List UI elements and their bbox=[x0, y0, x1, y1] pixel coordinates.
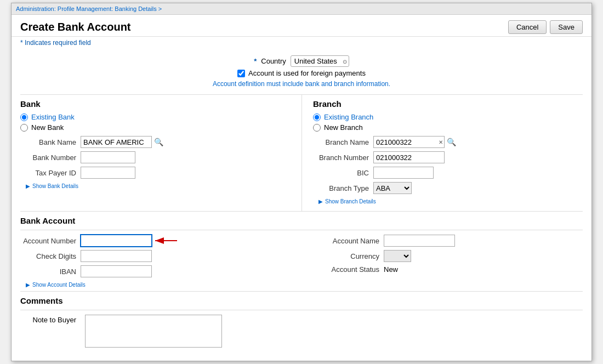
account-number-input[interactable] bbox=[81, 235, 152, 247]
check-digits-label: Check Digits bbox=[20, 252, 81, 260]
currency-row: Currency bbox=[323, 250, 577, 262]
existing-bank-label: Existing Bank bbox=[31, 113, 75, 121]
branch-section-title: Branch bbox=[313, 95, 577, 113]
tax-payer-label: Tax Payer ID bbox=[20, 169, 81, 177]
bank-number-label: Bank Number bbox=[20, 153, 81, 162]
show-bank-details-arrow: ▶ bbox=[26, 183, 30, 189]
country-label: Country bbox=[261, 57, 286, 65]
check-digits-input[interactable] bbox=[81, 250, 152, 262]
show-bank-details[interactable]: ▶ Show Bank Details bbox=[26, 182, 296, 190]
show-branch-details-arrow: ▶ bbox=[318, 198, 323, 204]
new-branch-radio-label[interactable]: New Branch bbox=[313, 123, 577, 132]
branch-type-row: Branch Type ABA bbox=[313, 182, 577, 194]
branch-number-label: Branch Number bbox=[313, 153, 373, 162]
branch-name-wrapper: ✕ bbox=[373, 136, 445, 148]
country-select[interactable]: United States bbox=[291, 55, 349, 67]
country-line: * Country United States bbox=[254, 55, 349, 67]
bank-name-input[interactable] bbox=[81, 136, 152, 148]
show-account-details[interactable]: ▶ Show Account Details bbox=[26, 281, 296, 289]
iban-row: IBAN bbox=[20, 265, 296, 277]
bic-row: BIC bbox=[313, 167, 577, 179]
bank-radio-group: Existing Bank New Bank bbox=[20, 113, 296, 132]
existing-branch-radio[interactable] bbox=[313, 113, 321, 121]
bank-name-input-group: 🔍 bbox=[81, 136, 163, 148]
breadcrumb: Administration: Profile Management: Bank… bbox=[12, 3, 591, 15]
bank-section: Bank Existing Bank New Bank Bank Name bbox=[20, 95, 302, 211]
page-header: Create Bank Account Cancel Save bbox=[12, 15, 591, 37]
account-definition-note: Account definition must include bank and… bbox=[213, 79, 390, 88]
check-digits-row: Check Digits bbox=[20, 250, 296, 262]
tax-payer-row: Tax Payer ID bbox=[20, 167, 296, 179]
branch-name-row: Branch Name ✕ 🔍 bbox=[313, 136, 577, 148]
account-name-label: Account Name bbox=[323, 237, 384, 245]
bic-label: BIC bbox=[313, 169, 373, 177]
bank-name-label: Bank Name bbox=[20, 138, 81, 146]
account-right: Account Name Currency Account Status New bbox=[302, 235, 583, 289]
existing-bank-radio[interactable] bbox=[20, 113, 28, 121]
branch-section: Branch Existing Branch New Branch Branch… bbox=[302, 95, 583, 211]
note-to-buyer-row: Note to Buyer bbox=[20, 310, 583, 352]
page-title: Create Bank Account bbox=[20, 21, 131, 33]
new-branch-label: New Branch bbox=[324, 123, 363, 132]
new-bank-radio[interactable] bbox=[20, 124, 28, 132]
cancel-button[interactable]: Cancel bbox=[508, 20, 547, 34]
account-fields: Account Number bbox=[20, 230, 583, 289]
red-arrow-indicator bbox=[151, 235, 178, 246]
note-to-buyer-label: Note to Buyer bbox=[20, 315, 81, 324]
new-bank-radio-label[interactable]: New Bank bbox=[20, 123, 296, 132]
account-status-label: Account Status bbox=[323, 265, 384, 274]
new-branch-radio[interactable] bbox=[313, 124, 321, 132]
account-status-row: Account Status New bbox=[323, 265, 577, 274]
bank-section-title: Bank bbox=[20, 95, 296, 113]
bic-input[interactable] bbox=[373, 167, 434, 179]
account-left: Account Number bbox=[20, 235, 302, 289]
show-account-details-arrow: ▶ bbox=[26, 282, 30, 288]
account-number-container bbox=[81, 235, 152, 247]
header-buttons: Cancel Save bbox=[508, 20, 583, 34]
existing-bank-radio-label[interactable]: Existing Bank bbox=[20, 113, 296, 121]
account-status-value: New bbox=[384, 265, 398, 274]
foreign-payments-label: Account is used for foreign payments bbox=[248, 69, 366, 77]
currency-select[interactable] bbox=[384, 250, 411, 262]
show-bank-details-label: Show Bank Details bbox=[32, 183, 78, 189]
branch-clear-icon[interactable]: ✕ bbox=[439, 139, 443, 145]
branch-type-select[interactable]: ABA bbox=[373, 182, 412, 194]
note-to-buyer-textarea[interactable] bbox=[85, 315, 222, 348]
branch-number-input[interactable] bbox=[373, 151, 445, 163]
branch-radio-group: Existing Branch New Branch bbox=[313, 113, 577, 132]
show-branch-details-label: Show Branch Details bbox=[325, 198, 376, 204]
account-name-row: Account Name bbox=[323, 235, 577, 247]
country-required-star: * bbox=[254, 57, 257, 65]
show-branch-details[interactable]: ▶ Show Branch Details bbox=[318, 197, 577, 206]
country-select-wrapper: United States bbox=[291, 55, 349, 67]
currency-label: Currency bbox=[323, 252, 384, 260]
foreign-payments-checkbox[interactable] bbox=[237, 70, 245, 77]
branch-name-label: Branch Name bbox=[313, 138, 373, 146]
branch-type-label: Branch Type bbox=[313, 184, 373, 192]
branch-number-row: Branch Number bbox=[313, 151, 577, 163]
bank-name-row: Bank Name 🔍 bbox=[20, 136, 296, 148]
branch-search-icon[interactable]: 🔍 bbox=[447, 138, 456, 146]
save-button[interactable]: Save bbox=[550, 20, 583, 34]
account-definition-link[interactable]: Account definition must include bank and… bbox=[213, 80, 390, 88]
foreign-payments-row: Account is used for foreign payments bbox=[237, 69, 366, 77]
comments-section: Comments Note to Buyer bbox=[20, 291, 583, 352]
branch-name-input-group: ✕ 🔍 bbox=[373, 136, 456, 148]
required-note: * Indicates required field bbox=[12, 37, 591, 51]
branch-name-input[interactable] bbox=[373, 136, 445, 148]
bank-account-section: Bank Account Account Number bbox=[20, 211, 583, 289]
new-bank-label: New Bank bbox=[31, 123, 64, 132]
bank-number-input[interactable] bbox=[81, 151, 135, 163]
comments-title: Comments bbox=[20, 292, 583, 310]
main-window: Administration: Profile Management: Bank… bbox=[11, 3, 592, 361]
bank-search-icon[interactable]: 🔍 bbox=[154, 138, 163, 146]
iban-label: IBAN bbox=[20, 268, 81, 276]
bank-account-title: Bank Account bbox=[20, 212, 583, 230]
country-row: * Country United States Account is used … bbox=[20, 51, 583, 90]
tax-payer-input[interactable] bbox=[81, 167, 135, 179]
account-name-input[interactable] bbox=[384, 235, 455, 247]
existing-branch-radio-label[interactable]: Existing Branch bbox=[313, 113, 577, 121]
account-number-label: Account Number bbox=[20, 237, 81, 245]
account-number-row: Account Number bbox=[20, 235, 296, 247]
iban-input[interactable] bbox=[81, 265, 152, 277]
